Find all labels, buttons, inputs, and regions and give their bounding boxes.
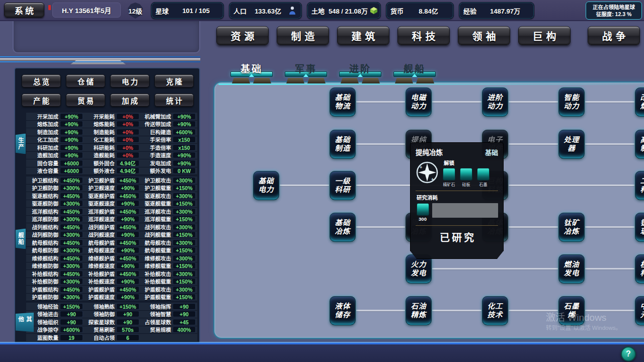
- tech-node-电磁动力[interactable]: 电磁 动力: [406, 87, 432, 117]
- tab-feet: [395, 78, 434, 83]
- stats-cell: 熔炼能耗+0%: [83, 120, 139, 128]
- panel-button-产能[interactable]: 产能: [22, 94, 61, 107]
- stats-cell: 护卫舰载重+150%: [139, 184, 196, 192]
- tech-node-液体储存[interactable]: 液体 储存: [330, 296, 356, 325]
- panel-button-总览[interactable]: 总览: [22, 74, 61, 87]
- resource-pill-exp[interactable]: 经验1487.97万: [459, 2, 534, 19]
- stat-value: +300%: [173, 193, 196, 199]
- stat-value: +90%: [116, 216, 139, 222]
- stat-value: +450%: [116, 193, 139, 199]
- cost-label: 研究消耗: [417, 194, 498, 201]
- resource-pill-planet[interactable]: 星球101 / 105: [151, 2, 224, 19]
- stat-value: +300%: [173, 177, 196, 184]
- tech-node-进阶动力[interactable]: 进阶 动力: [482, 87, 508, 117]
- tech-node-钛化玻璃[interactable]: 钛化 玻璃: [635, 213, 644, 242]
- tech-link: [585, 143, 634, 145]
- tab-foot: [286, 78, 304, 83]
- menu-button-科技[interactable]: 科技: [397, 26, 450, 45]
- menu-button-制造[interactable]: 制造: [277, 26, 329, 45]
- tech-link: [585, 226, 634, 228]
- tech-link: [432, 268, 558, 269]
- tab-基础[interactable]: 基础: [230, 60, 273, 84]
- stats-cell: 蓝图数量19: [27, 334, 83, 341]
- stat-label: 手采倍率: [150, 136, 171, 143]
- stat-value: +150%: [173, 185, 196, 191]
- panel-button-仓储[interactable]: 仓储: [66, 74, 105, 87]
- stats-row: 液仓容量+6000额外液仓4.94亿额外发电0 KW: [26, 167, 197, 175]
- resource-value: 548 / 21.08万: [329, 6, 368, 16]
- tech-node-改良燃料[interactable]: 改良 燃料: [635, 87, 644, 117]
- resource-pill-land[interactable]: 土地548 / 21.08万: [307, 2, 381, 19]
- tech-node-处理器[interactable]: 处理 器: [558, 130, 585, 159]
- menu-button-巨构[interactable]: 巨构: [518, 26, 571, 45]
- panel-button-统计[interactable]: 统计: [154, 94, 194, 107]
- tech-node-钛矿冶炼[interactable]: 钛矿 冶炼: [558, 213, 585, 242]
- panel-button-加成[interactable]: 加成: [110, 94, 149, 107]
- menu-button-建筑[interactable]: 建筑: [337, 26, 389, 45]
- panel-button-克隆[interactable]: 克隆: [154, 74, 194, 87]
- unlock-items: 精矿石硅板石墨: [443, 168, 498, 187]
- stats-cell: 航母舰载重+150%: [139, 246, 196, 254]
- resource-value: 133.63亿: [251, 6, 285, 16]
- stat-label: 维修舰攻击: [145, 254, 172, 262]
- resource-pill-population[interactable]: 人口133.63亿: [229, 2, 302, 19]
- stat-value: +90%: [173, 113, 196, 120]
- tech-node-基础电力[interactable]: 基础 电力: [253, 171, 279, 200]
- tech-node-中子元件[interactable]: 中子 元件: [635, 296, 644, 325]
- divider: [416, 191, 498, 191]
- stat-label: 巡洋舰护盾: [89, 208, 115, 215]
- stat-value: x150: [173, 136, 196, 143]
- menu-button-资源[interactable]: 资源: [216, 26, 269, 45]
- stat-value: +450%: [60, 208, 83, 215]
- tech-node-一级科研[interactable]: 一级 科研: [330, 171, 356, 200]
- stats-row: 航母舰防御+300%航母舰速度+90%航母舰载重+150%: [26, 247, 197, 255]
- tech-node-化工技术[interactable]: 化工 技术: [482, 296, 508, 325]
- stat-value: 6: [116, 334, 139, 341]
- stat-label: 巡洋舰载重: [145, 215, 172, 223]
- level-badge[interactable]: 12级: [126, 2, 145, 20]
- tech-node-基础物流[interactable]: 基础 物流: [330, 87, 356, 117]
- menu-button-战争[interactable]: 战争: [588, 26, 640, 45]
- tab-军事[interactable]: 军事: [285, 60, 327, 84]
- tech-node-高效制造[interactable]: 高效 制造: [635, 130, 644, 159]
- tech-node-基础制造[interactable]: 基础 制造: [330, 130, 356, 159]
- stat-value: +0%: [116, 113, 139, 120]
- stats-row: 补给舰防御+300%补给舰速度+90%补给舰载重+150%: [26, 278, 197, 286]
- help-button[interactable]: ?: [621, 346, 636, 361]
- panel-button-贸易[interactable]: 贸易: [66, 94, 105, 107]
- tech-node-核能科技[interactable]: 核能 科技: [635, 254, 644, 284]
- person-icon: [287, 5, 297, 16]
- system-button[interactable]: 系统: [4, 3, 44, 18]
- stat-label: 战列舰结构: [32, 223, 59, 231]
- tab-进阶[interactable]: 进阶: [339, 60, 381, 84]
- panel-button-电力[interactable]: 电力: [110, 74, 149, 87]
- stat-label: 战列舰载重: [145, 231, 172, 238]
- stat-value: +300%: [60, 231, 83, 238]
- stat-value: +90%: [173, 152, 196, 158]
- tech-link: [432, 101, 481, 103]
- unlock-item: 精矿石: [443, 168, 455, 187]
- tech-link: [280, 185, 329, 186]
- tech-node-石油精炼[interactable]: 石油 精炼: [406, 296, 432, 325]
- stat-label: 领袖进击: [37, 310, 58, 318]
- stat-label: 驱逐舰护盾: [89, 192, 115, 200]
- stats-section-舰船: 舰船护卫舰结构+450%护卫舰护盾+450%护卫舰攻击+300%护卫舰防御+30…: [26, 176, 197, 301]
- stat-label: 额外固仓: [94, 159, 115, 167]
- tab-舰船[interactable]: 舰船: [393, 60, 436, 84]
- stat-label: 补给舰载重: [145, 278, 172, 285]
- stats-row: 战列舰结构+450%战列舰护盾+450%战列舰攻击+300%: [26, 223, 197, 231]
- stat-value: +300%: [173, 270, 196, 277]
- stat-value: +450%: [60, 255, 83, 261]
- stat-label: 护卫舰结构: [32, 176, 59, 184]
- tech-node-二级科研[interactable]: 二级 科研: [635, 171, 644, 200]
- stat-value: 570s: [116, 326, 139, 333]
- resource-pill-currency[interactable]: 货币8.84亿: [386, 2, 454, 19]
- tech-node-基础冶炼[interactable]: 基础 冶炼: [330, 213, 356, 242]
- stats-cell: 战列舰结构+450%: [27, 223, 83, 231]
- item-icon: [477, 168, 490, 180]
- menu-button-领袖[interactable]: 领袖: [458, 26, 510, 45]
- tab-foot: [341, 78, 359, 83]
- stat-label: 科研加成: [37, 144, 58, 151]
- tech-node-智能动力[interactable]: 智能 动力: [558, 87, 585, 117]
- tech-node-燃油发电[interactable]: 燃油 发电: [558, 254, 585, 284]
